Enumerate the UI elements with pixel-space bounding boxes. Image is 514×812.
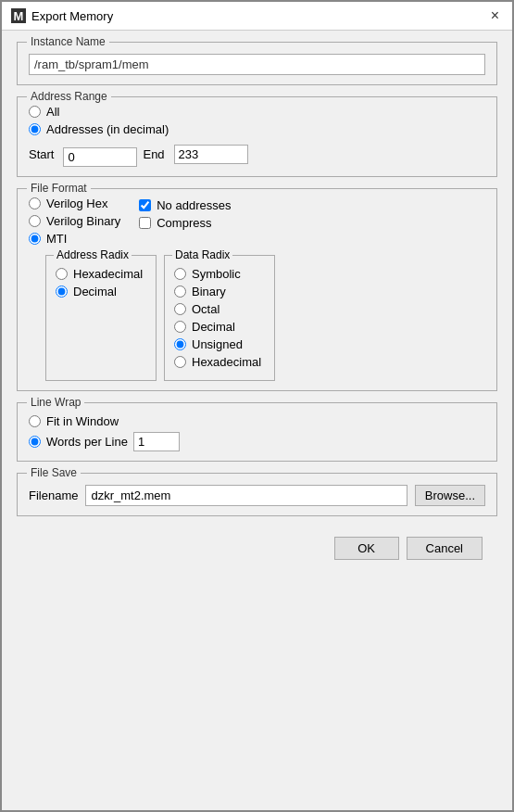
end-label: End (143, 147, 164, 161)
words-per-line-radio[interactable] (29, 436, 41, 448)
no-addresses-checkbox[interactable] (139, 199, 151, 211)
addresses-decimal-radio[interactable] (29, 123, 41, 135)
instance-name-input[interactable] (29, 54, 485, 75)
verilog-hex-row: Verilog Hex (29, 197, 120, 210)
addresses-radio-row: Addresses (in decimal) (29, 122, 485, 136)
address-radix-group: Address Radix Hexadecimal Decimal (45, 255, 157, 381)
file-save-row: Filename Browse... (29, 485, 485, 506)
file-format-right: No addresses Compress (139, 198, 231, 249)
close-button[interactable]: × (487, 7, 503, 24)
line-wrap-label: Line Wrap (27, 396, 84, 409)
addr-dec-row: Decimal (56, 285, 146, 298)
verilog-hex-radio[interactable] (29, 197, 41, 209)
data-binary-row: Binary (174, 285, 265, 298)
verilog-binary-radio[interactable] (29, 215, 41, 227)
verilog-binary-row: Verilog Binary (29, 214, 120, 228)
data-octal-radio[interactable] (174, 303, 186, 315)
start-input[interactable] (63, 147, 137, 167)
instance-name-label: Instance Name (27, 35, 109, 48)
title-bar: M Export Memory × (2, 2, 512, 31)
file-format-options: Verilog Hex Verilog Binary MTI (29, 197, 120, 249)
address-range-group: Address Range All Addresses (in decimal)… (17, 96, 497, 177)
data-symbolic-row: Symbolic (174, 267, 265, 281)
compress-label: Compress (157, 216, 211, 230)
data-octal-label: Octal (192, 302, 219, 316)
browse-button[interactable]: Browse... (415, 485, 485, 506)
addresses-decimal-label: Addresses (in decimal) (46, 122, 169, 136)
file-save-label: File Save (27, 466, 81, 479)
data-hex-row: Hexadecimal (174, 355, 265, 369)
data-symbolic-radio[interactable] (174, 268, 186, 280)
all-radio-row: All (29, 105, 485, 119)
data-decimal-label: Decimal (192, 320, 235, 334)
export-memory-window: M Export Memory × Instance Name Address … (0, 0, 514, 812)
dialog-content: Instance Name Address Range All Addresse… (2, 31, 512, 580)
data-radix-label: Data Radix (172, 248, 232, 261)
ok-button[interactable]: OK (334, 537, 399, 560)
start-end-row: Start End (29, 142, 485, 167)
address-range-label: Address Range (27, 90, 111, 103)
data-octal-row: Octal (174, 302, 265, 316)
data-hex-radio[interactable] (174, 356, 186, 368)
addr-dec-label: Decimal (73, 285, 117, 298)
words-per-line-input[interactable] (133, 432, 180, 451)
instance-name-group: Instance Name (17, 42, 497, 85)
data-binary-label: Binary (192, 285, 226, 298)
no-addresses-row: No addresses (139, 198, 231, 212)
file-save-group: File Save Filename Browse... (17, 473, 497, 516)
data-symbolic-label: Symbolic (192, 267, 241, 281)
mti-radio[interactable] (29, 233, 41, 245)
window-title: Export Memory (31, 9, 113, 23)
data-unsigned-row: Unsigned (174, 337, 265, 351)
mti-subgroups: Address Radix Hexadecimal Decimal Data R… (45, 255, 485, 381)
mti-row: MTI (29, 232, 120, 246)
words-per-line-row: Words per Line (29, 432, 485, 451)
fit-in-window-label: Fit in Window (46, 414, 119, 428)
addr-hex-label: Hexadecimal (73, 267, 143, 281)
all-radio-label: All (46, 105, 59, 119)
cancel-button[interactable]: Cancel (407, 537, 483, 560)
compress-checkbox[interactable] (139, 217, 151, 229)
mti-label: MTI (46, 232, 67, 246)
start-label: Start (29, 147, 54, 161)
fit-in-window-radio[interactable] (29, 415, 41, 427)
bottom-bar: OK Cancel (17, 527, 497, 569)
app-icon: M (11, 8, 26, 23)
data-unsigned-radio[interactable] (174, 338, 186, 350)
addr-dec-radio[interactable] (56, 285, 68, 298)
no-addresses-label: No addresses (157, 198, 231, 212)
line-wrap-group: Line Wrap Fit in Window Words per Line (17, 402, 497, 462)
verilog-binary-label: Verilog Binary (46, 214, 120, 228)
data-hex-label: Hexadecimal (192, 355, 261, 369)
compress-row: Compress (139, 216, 231, 230)
all-radio[interactable] (29, 106, 41, 118)
addr-hex-row: Hexadecimal (56, 267, 146, 281)
file-format-label: File Format (27, 182, 91, 195)
addr-hex-radio[interactable] (56, 268, 68, 280)
data-unsigned-label: Unsigned (192, 337, 243, 351)
data-radix-group: Data Radix Symbolic Binary Octal (164, 255, 275, 381)
words-per-line-label: Words per Line (46, 435, 128, 449)
line-wrap-inner: Fit in Window Words per Line (29, 414, 485, 451)
data-decimal-radio[interactable] (174, 321, 186, 333)
data-binary-radio[interactable] (174, 285, 186, 298)
end-input[interactable] (174, 145, 248, 164)
fit-in-window-row: Fit in Window (29, 414, 485, 428)
filename-label: Filename (29, 488, 78, 502)
title-bar-left: M Export Memory (11, 8, 113, 23)
data-decimal-row: Decimal (174, 320, 265, 334)
verilog-hex-label: Verilog Hex (46, 197, 107, 210)
file-format-group: File Format Verilog Hex Verilog Binary M… (17, 188, 497, 391)
filename-input[interactable] (85, 485, 407, 506)
address-radix-label: Address Radix (54, 248, 132, 261)
